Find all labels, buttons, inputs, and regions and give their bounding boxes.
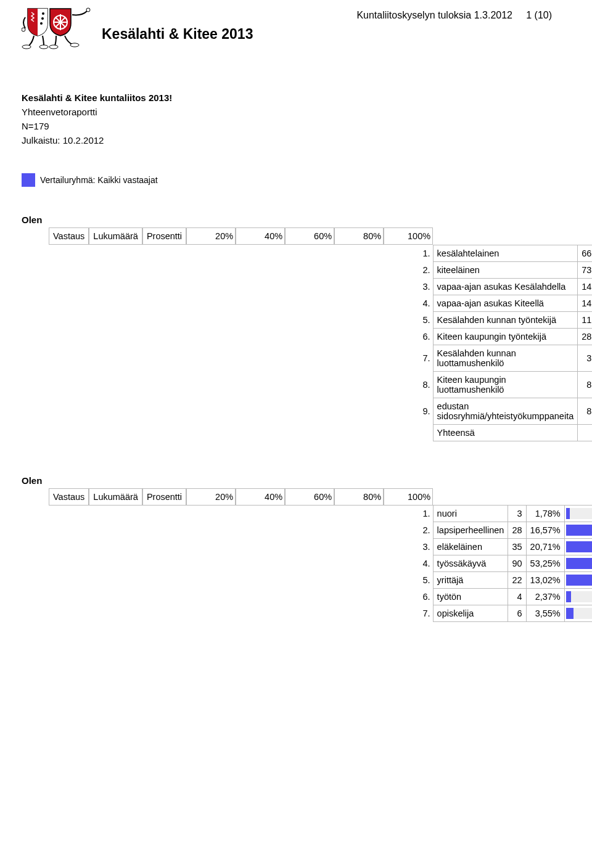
col-pct: Prosentti (142, 488, 186, 506)
row-label: nuori (433, 506, 508, 522)
svg-point-2 (40, 22, 43, 25)
row-pct: 20,71% (526, 539, 564, 555)
q2-table: VastausLukumääräProsentti20%40%60%80%100… (33, 488, 592, 623)
row-count: 66 (578, 245, 592, 261)
doc-title-right: Kuntaliitoskyselyn tuloksia 1.3.2012 (356, 10, 512, 20)
row-count: 3 (508, 506, 526, 522)
row-index: 2. (33, 261, 433, 278)
row-label: yrittäjä (433, 572, 508, 589)
col-count: Lukumäärä (89, 488, 142, 506)
row-bar (564, 555, 592, 572)
report-n: N=179 (22, 121, 552, 131)
tick-label: 60% (285, 488, 334, 506)
row-count: 8 (578, 398, 592, 424)
svg-point-10 (22, 45, 31, 49)
row-index: 4. (33, 555, 433, 572)
row-count: 4 (508, 589, 526, 605)
row-label: työssäkäyvä (433, 555, 508, 572)
row-count: 14 (578, 295, 592, 311)
row-index: 6. (33, 328, 433, 345)
svg-point-0 (42, 12, 44, 15)
brand-title: Kesälahti & Kitee 2013 (102, 6, 253, 43)
row-label: kesälahtelainen (433, 245, 578, 261)
report-published: Julkaistu: 10.2.2012 (22, 135, 552, 145)
row-index: 5. (33, 572, 433, 589)
row-label: lapsiperheellinen (433, 522, 508, 539)
row-index: 3. (33, 278, 433, 295)
row-count: 90 (508, 555, 526, 572)
row-bar (564, 589, 592, 605)
row-pct: 16,57% (526, 522, 564, 539)
row-label: kiteeläinen (433, 261, 578, 278)
row-label: työtön (433, 589, 508, 605)
row-index: 7. (33, 345, 433, 371)
row-index: 2. (33, 522, 433, 539)
row-bar (564, 572, 592, 589)
tick-label: 80% (334, 227, 384, 245)
row-label: Kesälahden kunnan työntekijä (433, 311, 578, 328)
tick-label: 60% (285, 227, 334, 245)
row-count: 6 (508, 605, 526, 622)
row-index: 4. (33, 295, 433, 311)
tick-label: 80% (334, 488, 384, 506)
q1-title: Olen (22, 215, 552, 225)
row-pct: 13,02% (526, 572, 564, 589)
row-label: Kiteen kaupungin luottamushenkilö (433, 371, 578, 398)
row-count: 28 (578, 328, 592, 345)
col-pct: Prosentti (142, 227, 186, 245)
row-index: 8. (33, 371, 433, 398)
row-count: 28 (508, 522, 526, 539)
row-index: 9. (33, 398, 433, 424)
row-index: 5. (33, 311, 433, 328)
brand-logo (22, 6, 96, 49)
col-answer: Vastaus (49, 488, 89, 506)
row-pct: 3,55% (526, 605, 564, 622)
tick-label: 100% (384, 227, 433, 245)
tick-label: 20% (186, 488, 236, 506)
report-title: Kesälahti & Kitee kuntaliitos 2013! (22, 92, 552, 103)
row-index: 7. (33, 605, 433, 622)
row-label: Kiteen kaupungin työntekijä (433, 328, 578, 345)
row-count: 14 (578, 278, 592, 295)
legend-label: Vertailuryhmä: Kaikki vastaajat (40, 175, 158, 185)
tick-label: 20% (186, 227, 236, 245)
tick-label: 40% (236, 488, 285, 506)
row-index: 6. (33, 589, 433, 605)
row-label: opiskelija (433, 605, 508, 622)
svg-point-8 (22, 28, 25, 31)
row-bar (564, 539, 592, 555)
row-count: 11 (578, 311, 592, 328)
row-count: 3 (578, 345, 592, 371)
row-pct: 53,25% (526, 555, 564, 572)
page-indicator: 1 (10) (526, 10, 552, 20)
row-label: edustan sidosryhmiä/yhteistyökumppaneita (433, 398, 578, 424)
legend-swatch (22, 173, 35, 187)
q1-table: VastausLukumääräProsentti20%40%60%80%100… (33, 227, 592, 441)
svg-point-13 (70, 43, 79, 47)
row-pct: 1,78% (526, 506, 564, 522)
row-label: vapaa-ajan asukas Kesälahdella (433, 278, 578, 295)
svg-point-12 (49, 45, 58, 49)
total-label: Yhteensä (433, 424, 578, 441)
row-label: vapaa-ajan asukas Kiteellä (433, 295, 578, 311)
col-answer: Vastaus (49, 227, 89, 245)
tick-label: 40% (236, 227, 285, 245)
row-count: 22 (508, 572, 526, 589)
report-subtitle: Yhteenvetoraportti (22, 107, 552, 117)
page-header-right: Kuntaliitoskyselyn tuloksia 1.3.2012 1 (… (356, 6, 552, 21)
row-index: 3. (33, 539, 433, 555)
row-pct: 2,37% (526, 589, 564, 605)
q2-title: Olen (22, 475, 552, 486)
row-label: eläkeläinen (433, 539, 508, 555)
col-count: Lukumäärä (89, 227, 142, 245)
tick-label: 100% (384, 488, 433, 506)
row-count: 73 (578, 261, 592, 278)
row-count: 8 (578, 371, 592, 398)
row-label: Kesälahden kunnan luottamushenkilö (433, 345, 578, 371)
row-count: 35 (508, 539, 526, 555)
row-bar (564, 506, 592, 522)
row-index: 1. (33, 506, 433, 522)
svg-point-11 (39, 45, 48, 49)
row-index: 1. (33, 245, 433, 261)
svg-point-9 (86, 8, 90, 12)
